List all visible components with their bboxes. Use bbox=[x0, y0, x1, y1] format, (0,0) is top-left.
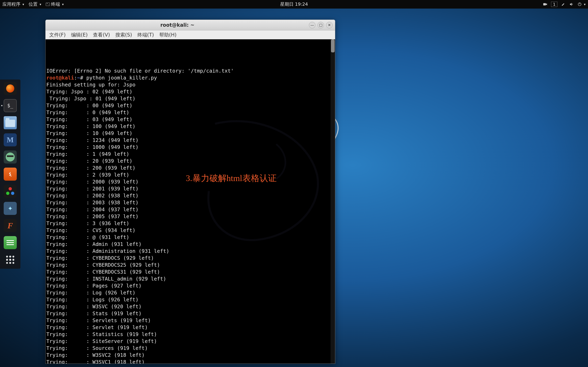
dock-firefox[interactable] bbox=[4, 82, 17, 95]
color-picker-icon[interactable] bbox=[561, 2, 566, 7]
dock-metasploit[interactable]: M bbox=[4, 133, 17, 146]
dock-terminal[interactable]: $_ bbox=[4, 99, 17, 112]
scrollbar-thumb[interactable] bbox=[331, 39, 335, 52]
applications-label: 应用程序 bbox=[2, 1, 20, 7]
lines-icon bbox=[7, 242, 14, 243]
clock[interactable]: 星期日 19:24 bbox=[280, 1, 308, 7]
f-icon: F bbox=[8, 221, 13, 230]
tool-icon: ✦ bbox=[8, 205, 13, 212]
terminal-label: 终端 bbox=[51, 1, 60, 7]
terminal-icon: $_ bbox=[7, 103, 13, 108]
maximize-button[interactable]: ▢ bbox=[318, 22, 324, 28]
menu-view[interactable]: 查看(V) bbox=[93, 32, 110, 38]
window-titlebar[interactable]: root@kali: ~ — ▢ ✕ bbox=[45, 20, 335, 30]
ninja-icon bbox=[6, 152, 15, 161]
menu-help[interactable]: 帮助(H) bbox=[159, 32, 177, 38]
dock-armitage[interactable] bbox=[4, 150, 17, 164]
dock-zenmap[interactable] bbox=[4, 185, 17, 198]
menu-terminal[interactable]: 终端(T) bbox=[138, 32, 154, 38]
apps-grid-icon bbox=[6, 256, 14, 264]
menu-edit[interactable]: 编辑(E) bbox=[71, 32, 88, 38]
minimize-button[interactable]: — bbox=[309, 22, 315, 28]
video-recording-icon[interactable] bbox=[543, 2, 547, 7]
terminal-icon bbox=[46, 3, 50, 6]
places-menu[interactable]: 位置 bbox=[29, 1, 41, 7]
terminal-content[interactable]: IOError: [Errno 2] No such file or direc… bbox=[45, 39, 335, 364]
dock-faraday[interactable]: F bbox=[4, 219, 17, 232]
top-menu-bar: 应用程序 位置 终端 星期日 19:24 1 bbox=[0, 0, 588, 8]
burp-icon: ଽ bbox=[8, 170, 12, 178]
dock-cherrytree[interactable] bbox=[4, 236, 17, 249]
applications-menu[interactable]: 应用程序 bbox=[2, 1, 24, 7]
terminal-window: root@kali: ~ — ▢ ✕ 文件(F) 编辑(E) 查看(V) 搜索(… bbox=[45, 20, 335, 364]
svg-rect-0 bbox=[543, 3, 546, 6]
terminal-menu-top[interactable]: 终端 bbox=[46, 1, 64, 7]
firefox-icon bbox=[6, 84, 14, 92]
rgb-icon bbox=[6, 187, 15, 196]
dock-show-apps[interactable] bbox=[4, 253, 17, 266]
workspace-indicator[interactable]: 1 bbox=[551, 2, 557, 7]
volume-icon[interactable] bbox=[569, 2, 574, 7]
annotation-overlay: 3.暴力破解html表格认证 bbox=[186, 173, 277, 184]
folder-icon bbox=[5, 120, 15, 127]
metasploit-icon: M bbox=[7, 136, 14, 144]
terminal-scrollbar[interactable] bbox=[330, 39, 335, 364]
dock-burpsuite[interactable]: ଽ bbox=[4, 167, 17, 181]
terminal-menubar: 文件(F) 编辑(E) 查看(V) 搜索(S) 终端(T) 帮助(H) bbox=[45, 30, 335, 39]
dock-files[interactable] bbox=[4, 116, 17, 129]
close-button[interactable]: ✕ bbox=[326, 22, 333, 28]
dash-dock: $_ M ଽ ✦ F bbox=[0, 80, 20, 269]
menu-file[interactable]: 文件(F) bbox=[49, 32, 66, 38]
dock-maltego[interactable]: ✦ bbox=[4, 202, 17, 215]
power-menu[interactable] bbox=[577, 2, 586, 7]
places-label: 位置 bbox=[29, 1, 38, 7]
window-title: root@kali: ~ bbox=[48, 22, 307, 28]
menu-search[interactable]: 搜索(S) bbox=[115, 32, 132, 38]
